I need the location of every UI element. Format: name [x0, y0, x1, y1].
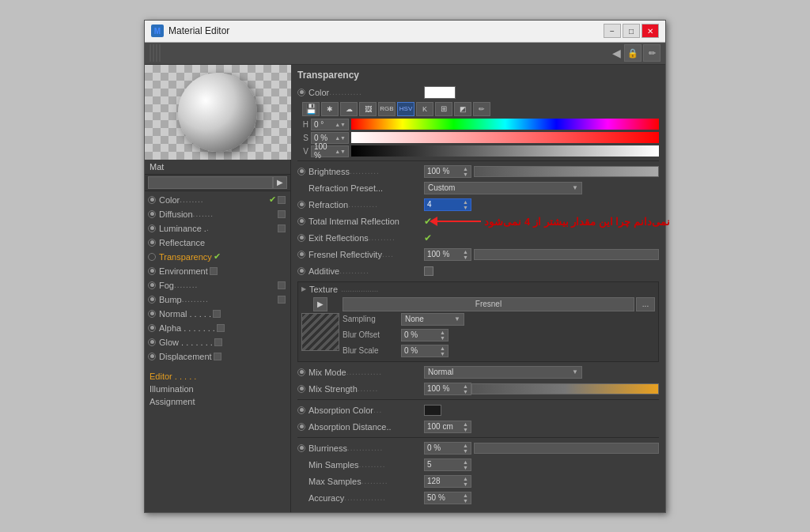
- h-gradient-bar: [351, 119, 659, 130]
- sidebar-item-glow[interactable]: Glow . . . . . . .: [145, 335, 290, 349]
- mix-btn[interactable]: ◩: [454, 102, 471, 116]
- absorption-color-swatch[interactable]: [424, 405, 441, 416]
- lock-icon-btn[interactable]: 🔒: [624, 44, 642, 62]
- brightness-label: Brightness ..........: [297, 167, 424, 176]
- material-search-input[interactable]: [148, 176, 273, 189]
- max-samples-row: Max Samples ......... 128 ▲▼: [297, 474, 659, 489]
- max-samples-spinbox[interactable]: 128 ▲▼: [424, 475, 471, 488]
- reset-color-btn[interactable]: ✱: [321, 102, 339, 116]
- absorption-distance-value: 100 cm: [427, 422, 463, 431]
- edit-icon-btn[interactable]: ✏: [643, 44, 660, 62]
- total-internal-radio: [297, 217, 305, 225]
- pen-btn[interactable]: ✏: [473, 102, 490, 116]
- s-spinbox-arrows[interactable]: ▲▼: [335, 135, 346, 141]
- absorption-color-dots: ...: [373, 406, 424, 414]
- hsv-btn[interactable]: HSV: [397, 102, 414, 116]
- fresnel-label: Fresnel Reflectivity ....: [297, 250, 424, 259]
- v-bar[interactable]: [351, 145, 659, 157]
- min-samples-arrows[interactable]: ▲▼: [463, 459, 468, 470]
- fresnel-button[interactable]: Fresnel: [343, 297, 634, 311]
- minimize-button[interactable]: −: [604, 24, 621, 38]
- blur-scale-spinbox[interactable]: 0 % ▲▼: [401, 345, 449, 357]
- v-spinbox-arrows[interactable]: ▲▼: [335, 149, 346, 154]
- save-color-btn[interactable]: 💾: [302, 102, 320, 116]
- blur-scale-arrows[interactable]: ▲▼: [440, 345, 445, 357]
- blur-offset-arrows[interactable]: ▲▼: [440, 330, 445, 341]
- brightness-bar[interactable]: [474, 166, 659, 177]
- displacement-label: Displacement: [159, 352, 212, 361]
- fresnel-arrows[interactable]: ▲▼: [463, 249, 468, 260]
- environment-label: Environment: [159, 266, 208, 276]
- sidebar-item-environment[interactable]: Environment: [145, 264, 290, 278]
- color-swatch[interactable]: [424, 86, 456, 99]
- close-button[interactable]: ✕: [642, 24, 659, 38]
- absorption-color-text: Absorption Color: [308, 406, 373, 415]
- h-spinbox-arrows[interactable]: ▲▼: [335, 122, 346, 127]
- blurriness-bar[interactable]: [474, 443, 659, 454]
- s-bar[interactable]: [351, 132, 659, 143]
- maximize-button[interactable]: □: [623, 24, 640, 38]
- sidebar-item-luminance[interactable]: Luminance . .: [145, 221, 290, 236]
- material-editor-window: M Material Editor − □ ✕ ◀ 🔒 ✏: [144, 20, 666, 513]
- blurriness-arrows[interactable]: ▲▼: [463, 443, 468, 454]
- cloud-btn[interactable]: ☁: [340, 102, 358, 116]
- sampling-dropdown[interactable]: None ▼: [401, 313, 464, 326]
- accuracy-spinbox[interactable]: 50 % ▲▼: [424, 492, 471, 504]
- refraction-value: 4: [427, 200, 463, 209]
- v-spinbox[interactable]: 100 % ▲▼: [311, 145, 349, 157]
- max-samples-arrows[interactable]: ▲▼: [463, 476, 468, 487]
- fresnel-spinbox[interactable]: 100 % ▲▼: [424, 248, 471, 261]
- accuracy-arrows[interactable]: ▲▼: [463, 492, 468, 504]
- h-spinbox[interactable]: 0 ° ▲▼: [311, 119, 349, 130]
- additive-row: Additive ..........: [297, 264, 659, 278]
- s-gradient-bar: [351, 132, 659, 143]
- sidebar-item-alpha[interactable]: Alpha . . . . . . .: [145, 321, 290, 335]
- absorption-distance-arrows[interactable]: ▲▼: [463, 421, 468, 432]
- sidebar-item-displacement[interactable]: Displacement: [145, 349, 290, 364]
- sidebar-item-diffusion[interactable]: Diffusion .......: [145, 207, 290, 221]
- texture-header[interactable]: ▶ Texture .................: [301, 285, 655, 294]
- min-samples-spinbox[interactable]: 5 ▲▼: [424, 458, 471, 471]
- mix-strength-spinbox[interactable]: 100 % ▲▼: [424, 383, 471, 395]
- blurriness-dots: ............: [347, 443, 424, 452]
- brightness-spinbox[interactable]: 100 % ▲▼: [424, 165, 471, 178]
- grid-btn[interactable]: ⊞: [435, 102, 452, 116]
- mix-strength-arrows[interactable]: ▲▼: [463, 383, 468, 394]
- refraction-arrows[interactable]: ▲▼: [463, 199, 468, 210]
- max-samples-value: 128: [427, 477, 463, 485]
- refraction-preset-dropdown[interactable]: Custom ▼: [424, 182, 582, 194]
- blur-offset-spinbox[interactable]: 0 % ▲▼: [401, 329, 449, 341]
- nav-editor[interactable]: Editor . . . . .: [150, 370, 286, 383]
- image-btn[interactable]: 🖼: [359, 102, 377, 116]
- texture-more-button[interactable]: ...: [636, 297, 655, 311]
- brightness-arrows[interactable]: ▲▼: [463, 166, 468, 177]
- search-button[interactable]: ▶: [273, 176, 287, 189]
- h-bar[interactable]: [351, 119, 659, 130]
- sidebar-items: Color ........ ✔ Diffusion ....... Lumin…: [145, 191, 290, 365]
- sidebar-item-color[interactable]: Color ........ ✔: [145, 193, 290, 207]
- mix-mode-dropdown[interactable]: Normal ▼: [424, 366, 582, 379]
- sidebar-item-fog[interactable]: Fog ........: [145, 278, 290, 292]
- total-internal-text: Total Internal Reflection: [308, 217, 399, 226]
- nav-assignment[interactable]: Assignment: [150, 395, 286, 408]
- fresnel-bar[interactable]: [474, 249, 659, 260]
- sidebar-item-transparency[interactable]: Transparency ✔: [145, 250, 290, 264]
- nav-illumination[interactable]: Illumination: [150, 383, 286, 395]
- rgb-btn[interactable]: RGB: [378, 102, 396, 116]
- sidebar-item-reflectance[interactable]: Reflectance: [145, 236, 290, 250]
- k-btn[interactable]: K: [416, 102, 433, 116]
- total-internal-check[interactable]: ✔: [424, 216, 432, 227]
- alpha-square: [217, 324, 225, 332]
- brightness-value: 100 %: [427, 167, 463, 175]
- sidebar-item-bump[interactable]: Bump .........: [145, 292, 290, 307]
- sidebar-item-normal[interactable]: Normal . . . . .: [145, 307, 290, 321]
- additive-checkbox[interactable]: [424, 266, 433, 276]
- exit-reflections-radio: [297, 234, 305, 242]
- blurriness-radio: [297, 444, 305, 452]
- absorption-distance-spinbox[interactable]: 100 cm ▲▼: [424, 421, 471, 433]
- mix-strength-bar[interactable]: [471, 383, 659, 394]
- exit-reflections-check[interactable]: ✔: [424, 232, 432, 243]
- blurriness-spinbox[interactable]: 0 % ▲▼: [424, 442, 471, 455]
- refraction-spinbox[interactable]: 4 ▲▼: [424, 198, 471, 211]
- texture-play-btn[interactable]: ▶: [313, 297, 327, 311]
